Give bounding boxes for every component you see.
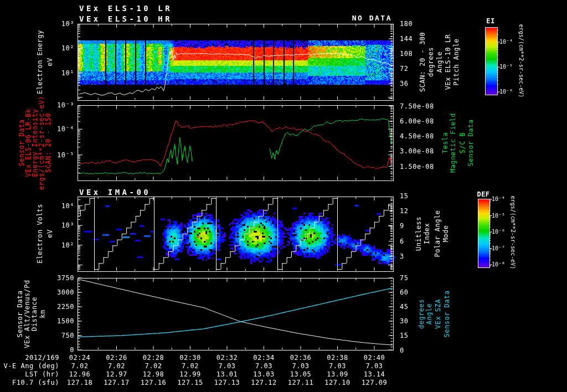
row-label-f107: F10.7 (sfu) (12, 379, 59, 386)
ima-colorbar-tick-label: 10⁻⁸ (492, 262, 505, 267)
els-right-axis-title: VEx ELS-10 LR (445, 34, 451, 90)
table-value: 13.05 (290, 371, 312, 378)
ima-colorbar-unit: ergs/(cm**2-sr-sec-eV) (510, 196, 516, 269)
bfield-right-axis-title: Tesla (442, 132, 449, 154)
els-colorbar-tick-label: 10⁻⁶ (499, 89, 513, 95)
table-value: 127.15 (177, 379, 203, 386)
plot-screen: VEx ELS-10 LR VEx ELS-10 HR NO DATA VEx … (0, 0, 567, 392)
ima-colorbar-tick-label: 10⁻⁶ (492, 229, 505, 235)
ima-colorbar-tick-label: 10⁻⁵ (492, 213, 505, 219)
table-value: 7.02 (108, 363, 125, 369)
table-value: 7.03 (255, 363, 272, 369)
left-tick-label: 10² (61, 242, 74, 249)
right-tick-label: 12 (400, 208, 408, 214)
panel-border-2 (78, 106, 394, 181)
els-title-line1: VEx ELS-10 LR (79, 4, 172, 12)
els-right-axis-title: degrees (427, 47, 434, 77)
right-tick-label: 3.00e-08 (400, 148, 434, 154)
table-value: 13.03 (253, 371, 275, 378)
ima-left-axis-title: eV (47, 229, 53, 238)
left-tick-label: 10³ (61, 20, 74, 27)
date-label: 2012/169 (25, 354, 59, 361)
table-value: 127.09 (362, 379, 387, 386)
time-label: 02:38 (327, 354, 348, 361)
right-tick-label: 75 (400, 275, 408, 281)
left-tick-label: 10⁻³ (57, 102, 74, 109)
els-colorbar-label: EI (486, 18, 494, 24)
left-tick-label: 10² (61, 45, 74, 51)
right-tick-label: 7.50e-08 (400, 103, 434, 110)
left-tick-label: 10¹ (61, 70, 74, 76)
right-tick-label: 15 (400, 193, 408, 199)
table-value: 127.18 (67, 379, 92, 386)
left-tick-label: 3000 (57, 289, 74, 296)
position-left-axis-title: Sensor Data (17, 291, 23, 338)
sza-right-axis-title: Angle (426, 303, 432, 325)
table-value: 127.10 (324, 379, 350, 386)
intensity-left-axis-title: SCAN: 20 - 150 (45, 113, 51, 173)
table-value: 127.17 (104, 379, 129, 386)
els-colorbar-unit: ergs/(cm**2-sr-sec-eV) (518, 24, 524, 97)
left-tick-label: 10⁻⁵ (57, 152, 74, 158)
right-tick-label: 144 (400, 35, 413, 42)
ima-left-axis-title: Electron Volts (37, 204, 43, 264)
ima-right-axis-title: Polar Angle (434, 210, 441, 257)
panel-border-1 (78, 24, 394, 101)
right-tick-label: 45 (400, 303, 408, 310)
table-value: 7.03 (366, 363, 383, 369)
row-label-lst: LST (hr) (25, 371, 59, 378)
right-tick-label: 15 (400, 332, 408, 339)
energy-intensity-line (79, 121, 391, 169)
table-value: 13.09 (327, 371, 348, 378)
right-tick-label: 72 (400, 65, 408, 72)
left-tick-label: 10⁴ (61, 203, 74, 209)
position-left-axis-title: Distance (31, 297, 38, 331)
right-tick-label: 6.00e-08 (400, 118, 434, 125)
sza-right-axis-title: degrees (418, 299, 425, 329)
table-value: 7.03 (292, 363, 310, 369)
table-value: 7.03 (329, 363, 346, 369)
table-value: 13.01 (217, 371, 238, 378)
table-value: 12.98 (143, 371, 164, 378)
table-value: 127.12 (251, 379, 276, 386)
time-label: 02:26 (106, 354, 127, 361)
time-label: 02:30 (179, 354, 201, 361)
right-tick-label: 180 (400, 20, 413, 27)
time-label: 02:36 (290, 354, 312, 361)
ima-colorbar-label: DEF (477, 191, 489, 198)
ima-colorbar (478, 199, 490, 268)
left-tick-label: 0 (70, 347, 74, 353)
no-data-label: NO DATA (352, 14, 392, 22)
els-right-axis-title: Pitch Angle (453, 39, 460, 86)
row-label-ve-ang: V-E Ang (deg) (4, 363, 59, 369)
bfield-right-axis-title: S/C B (459, 132, 466, 154)
magnetic-field-line-1 (270, 118, 391, 159)
els-colorbar (485, 27, 498, 95)
right-tick-label: 1.50e-08 (400, 163, 434, 170)
ima-title: VEx IMA-00 (79, 188, 151, 196)
table-value: 7.02 (71, 363, 89, 369)
ima-colorbar-tick-label: 10⁻⁷ (492, 246, 505, 251)
left-tick-label: 10³ (61, 222, 74, 229)
left-tick-label: 2250 (57, 303, 74, 310)
right-tick-label: 9 (400, 223, 404, 229)
ima-right-axis-title: Unitless (415, 216, 422, 251)
els-overlay-line (79, 50, 393, 95)
table-value: 127.16 (141, 379, 166, 386)
table-value: 12.99 (179, 371, 201, 378)
left-tick-label: 1500 (57, 318, 74, 324)
table-value: 13.14 (364, 371, 385, 378)
sza-line (78, 288, 393, 337)
time-label: 02:28 (143, 354, 164, 361)
right-tick-label: 36 (400, 80, 408, 87)
els-colorbar-tick-label: 10⁻⁴ (499, 39, 513, 45)
right-tick-label: 60 (400, 289, 408, 296)
sza-right-axis-title: Sensor Data (444, 291, 450, 338)
panel-border-3 (78, 197, 394, 272)
right-tick-label: 30 (400, 318, 408, 324)
time-label: 02:40 (364, 354, 385, 361)
panel-border-4 (78, 278, 394, 350)
els-title-line2: VEx ELS-10 HR (79, 15, 172, 23)
right-tick-label: 0 (400, 347, 404, 354)
els-left-axis-title: eV (47, 58, 53, 66)
